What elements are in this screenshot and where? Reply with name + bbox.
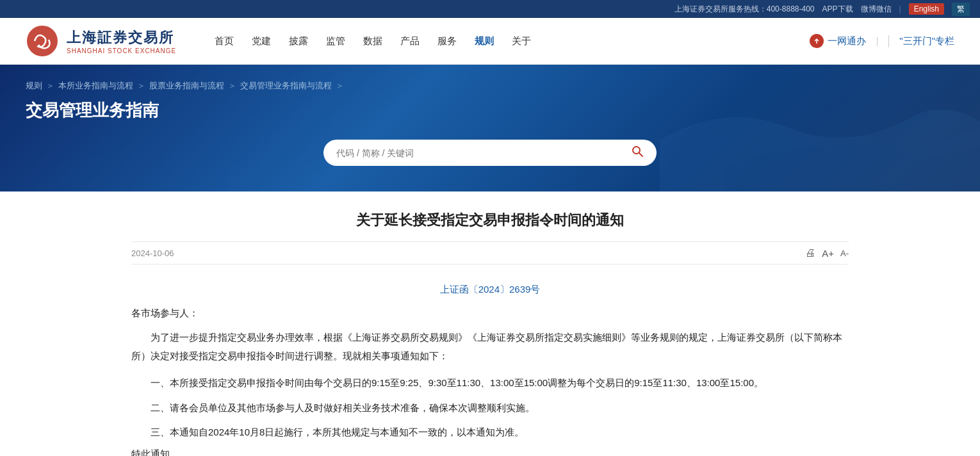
nav-party[interactable]: 党建 — [252, 35, 271, 47]
item-1: 一、本所接受指定交易申报指令时间由每个交易日的9:15至9:25、9:30至11… — [151, 374, 849, 393]
main-nav: 首页 党建 披露 监管 数据 产品 服务 规则 关于 — [215, 35, 797, 47]
header-right: 一网通办 | "三开门"专栏 — [810, 34, 954, 48]
doc-number: 上证函〔2024〕2639号 — [131, 284, 849, 296]
banner: 规则 ＞ 本所业务指南与流程 ＞ 股票业务指南与流程 ＞ 交易管理业务指南与流程… — [0, 65, 980, 191]
breadcrumb-trade[interactable]: 交易管理业务指南与流程 — [240, 80, 332, 92]
weibo-wechat-link[interactable]: 微博微信 — [861, 4, 892, 15]
sse-logo-icon — [26, 24, 59, 58]
skmz-button[interactable]: "三开门"专栏 — [888, 35, 954, 47]
search-input[interactable] — [336, 148, 631, 158]
breadcrumb-rules[interactable]: 规则 — [26, 80, 42, 92]
hotline-text: 上海证券交易所服务热线：400-8888-400 — [674, 4, 815, 15]
nav-about[interactable]: 关于 — [512, 35, 531, 47]
nav-rules[interactable]: 规则 — [475, 35, 494, 47]
nav-product[interactable]: 产品 — [400, 35, 420, 47]
svg-line-3 — [639, 153, 642, 156]
item-3: 三、本通知自2024年10月8日起施行，本所其他规定与本通知不一致的，以本通知为… — [151, 423, 849, 442]
divider2: | — [876, 36, 879, 46]
logo-text: 上海証券交易所 SHANGHAI STOCK EXCHANGE — [67, 28, 176, 54]
divider: | — [899, 4, 901, 13]
breadcrumb-stock[interactable]: 股票业务指南与流程 — [149, 80, 224, 92]
header: 上海証券交易所 SHANGHAI STOCK EXCHANGE 首页 党建 披露… — [0, 18, 980, 65]
article-content: 关于延长接受指定交易申报指令时间的通知 2024-10-06 🖨 A+ A- 上… — [106, 191, 874, 456]
sep2: ＞ — [137, 80, 145, 92]
svg-point-0 — [27, 26, 58, 56]
intro-paragraph: 为了进一步提升指定交易业务办理效率，根据《上海证券交易所交易规则》《上海证券交易… — [131, 329, 849, 365]
nav-supervision[interactable]: 监管 — [326, 35, 345, 47]
nav-disclosure[interactable]: 披露 — [289, 35, 308, 47]
lang-traditional[interactable]: 繁 — [952, 3, 970, 16]
search-bar — [323, 140, 657, 166]
nav-service[interactable]: 服务 — [437, 35, 457, 47]
top-bar: 上海证券交易所服务热线：400-8888-400 APP下载 微博微信 | En… — [0, 0, 980, 18]
sep4: ＞ — [336, 80, 344, 92]
page-title: 交易管理业务指南 — [26, 99, 954, 122]
font-smaller-button[interactable]: A- — [840, 248, 849, 258]
sep3: ＞ — [228, 80, 236, 92]
logo-chinese: 上海証券交易所 — [67, 28, 176, 47]
app-download-link[interactable]: APP下载 — [822, 4, 853, 15]
font-larger-button[interactable]: A+ — [822, 248, 834, 259]
article-meta-right: 🖨 A+ A- — [805, 247, 849, 259]
logo-area: 上海証券交易所 SHANGHAI STOCK EXCHANGE — [26, 24, 176, 58]
print-icon[interactable]: 🖨 — [805, 247, 815, 259]
article-date: 2024-10-06 — [131, 248, 174, 258]
article-meta: 2024-10-06 🖨 A+ A- — [131, 241, 849, 265]
nav-home[interactable]: 首页 — [215, 35, 234, 47]
breadcrumb-guide[interactable]: 本所业务指南与流程 — [58, 80, 133, 92]
ywt-button[interactable]: 一网通办 — [810, 34, 866, 48]
search-button[interactable] — [631, 145, 644, 161]
salutation: 各市场参与人： — [131, 307, 849, 320]
nav-data[interactable]: 数据 — [363, 35, 382, 47]
ywt-label: 一网通办 — [828, 35, 866, 47]
sep1: ＞ — [46, 80, 54, 92]
article-title: 关于延长接受指定交易申报指令时间的通知 — [131, 211, 849, 230]
breadcrumb: 规则 ＞ 本所业务指南与流程 ＞ 股票业务指南与流程 ＞ 交易管理业务指南与流程… — [26, 80, 954, 92]
logo-english: SHANGHAI STOCK EXCHANGE — [67, 47, 176, 54]
lang-english[interactable]: English — [909, 3, 944, 15]
ywt-icon — [810, 34, 824, 48]
item-2: 二、请各会员单位及其他市场参与人及时做好相关业务技术准备，确保本次调整顺利实施。 — [151, 399, 849, 418]
notice-end: 特此通知。 — [131, 448, 849, 457]
